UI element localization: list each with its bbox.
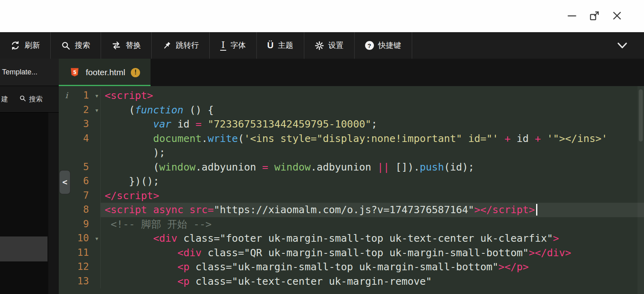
- toolbar-button-help[interactable]: ?快捷键: [355, 32, 412, 59]
- code-editor[interactable]: i1▾<script>2▾ (function () {3 var id = "…: [59, 86, 644, 294]
- code-line[interactable]: 7</script>: [59, 189, 644, 203]
- toolbar-button-label: 设置: [328, 40, 344, 51]
- code-line[interactable]: 9 <!-- 脚部 开始 -->: [59, 217, 644, 232]
- main-area: Template... 建 搜索 5 footer.html ! i1▾<scr…: [0, 59, 644, 294]
- left-sidebar: Template... 建 搜索: [0, 59, 59, 294]
- code-token: })();: [105, 175, 159, 187]
- toolbar-button-settings[interactable]: 设置: [304, 32, 355, 59]
- code-token: <script>: [105, 90, 153, 101]
- file-tree[interactable]: [0, 113, 59, 294]
- code-token: '<ins style="display:none!important" id=…: [244, 133, 498, 144]
- toolbar-button-theme[interactable]: Ü主题: [257, 32, 304, 59]
- code-token: ></div>: [529, 247, 571, 259]
- toolbar-button-search[interactable]: 搜索: [51, 32, 101, 59]
- text-cursor: [536, 204, 537, 216]
- code-token: '"></ins>': [547, 133, 608, 144]
- sidebar-new-button[interactable]: 建: [1, 95, 8, 104]
- code-token: id: [171, 118, 196, 130]
- tree-selected-item[interactable]: [0, 236, 47, 261]
- theme-icon: Ü: [267, 41, 274, 50]
- code-line[interactable]: i1▾<script>: [59, 88, 644, 103]
- code-line[interactable]: 2▾ (function () {: [59, 103, 644, 117]
- code-text: })();: [101, 174, 644, 189]
- code-token: class="uk-text-center uk-margin-remove": [190, 275, 432, 287]
- minimize-button[interactable]: [566, 10, 578, 22]
- code-token: =: [196, 118, 202, 130]
- code-line[interactable]: 5 (window.adbyunion = window.adbyunion |…: [59, 160, 644, 175]
- code-token: <p: [178, 275, 190, 287]
- code-token: <script: [105, 204, 147, 216]
- line-number: 12: [59, 260, 101, 274]
- code-line[interactable]: 3 var id = "7233675313442459795-10000";: [59, 117, 644, 132]
- code-token: <div: [178, 247, 202, 259]
- sidebar-search-button[interactable]: 搜索: [19, 95, 43, 104]
- toolbar-button-label: 快捷键: [378, 40, 401, 51]
- replace-icon: [111, 41, 121, 50]
- code-token: +: [535, 133, 541, 144]
- toolbar-button-font[interactable]: I字体: [210, 32, 257, 59]
- code-token: ></script>: [474, 204, 535, 216]
- code-token: .adbyunion: [196, 161, 262, 173]
- sidebar-template-header[interactable]: Template...: [0, 59, 59, 86]
- toolbar-button-label: 跳转行: [176, 40, 199, 51]
- code-token: [184, 204, 190, 216]
- line-number: 8: [59, 203, 101, 217]
- code-token: class="QR uk-margin-small-top uk-margin-…: [202, 247, 529, 259]
- editor-scrollbar[interactable]: [638, 86, 644, 294]
- code-line[interactable]: 13 <p class="uk-text-center uk-margin-re…: [59, 274, 644, 289]
- code-text: var id = "7233675313442459795-10000";: [101, 117, 644, 132]
- tab-footer-html[interactable]: 5 footer.html !: [59, 59, 151, 86]
- code-text: <!-- 脚部 开始 -->: [101, 217, 644, 232]
- code-token: [498, 133, 504, 144]
- code-token: "https://xiaomalm.com/o.js?v=17473765871…: [214, 204, 474, 216]
- search-icon: [19, 95, 26, 104]
- font-icon: I: [220, 41, 226, 51]
- toolbar-button-replace[interactable]: 替换: [101, 32, 152, 59]
- code-line[interactable]: );: [59, 146, 644, 160]
- tab-title: footer.html: [86, 68, 125, 77]
- search-icon: [61, 41, 70, 50]
- toolbar-expand-button[interactable]: [616, 32, 629, 59]
- html5-icon: 5: [69, 67, 80, 78]
- code-line[interactable]: 6 })();: [59, 174, 644, 189]
- fold-toggle-icon[interactable]: ▾: [95, 103, 98, 118]
- sidebar-actions: 建 搜索: [0, 86, 59, 113]
- code-token: (: [105, 104, 135, 116]
- code-token: id: [511, 133, 535, 144]
- code-token: [105, 232, 153, 244]
- warning-badge[interactable]: !: [131, 68, 140, 77]
- code-line[interactable]: 10▾ <div class="footer uk-margin-small-t…: [59, 231, 644, 246]
- tree-scrollbar[interactable]: [48, 113, 59, 294]
- goto-line-icon: [162, 41, 171, 50]
- code-line[interactable]: 8<script async src="https://xiaomalm.com…: [59, 203, 644, 217]
- toolbar-buttons: 刷新搜索替换跳转行I字体Ü主题设置?快捷键: [0, 32, 412, 59]
- toolbar-button-goto-line[interactable]: 跳转行: [152, 32, 210, 59]
- toolbar-button-refresh[interactable]: 刷新: [0, 32, 51, 59]
- code-token: () {: [184, 104, 214, 116]
- restore-button[interactable]: [588, 10, 601, 22]
- code-token: document: [153, 133, 201, 144]
- code-text: );: [101, 146, 644, 160]
- sidebar-collapse-button[interactable]: <: [60, 171, 70, 194]
- toolbar-button-label: 刷新: [25, 40, 40, 51]
- code-token: [202, 118, 208, 130]
- code-token: write: [208, 133, 238, 144]
- code-token: [105, 261, 178, 273]
- code-token: class="footer uk-margin-small-top uk-tex…: [178, 232, 553, 244]
- new-button-label: 建: [1, 95, 8, 104]
- fold-toggle-icon[interactable]: ▾: [95, 89, 98, 103]
- toolbar-button-label: 搜索: [75, 40, 90, 51]
- fold-toggle-icon[interactable]: ▾: [95, 232, 98, 246]
- code-token: .: [202, 133, 208, 144]
- close-button[interactable]: [611, 10, 623, 22]
- window-titlebar: [0, 0, 644, 32]
- main-toolbar: 刷新搜索替换跳转行I字体Ü主题设置?快捷键: [0, 32, 644, 59]
- line-number: [59, 146, 101, 160]
- code-token: [105, 133, 153, 144]
- code-line[interactable]: 12 <p class="uk-margin-small-top uk-marg…: [59, 260, 644, 274]
- code-line[interactable]: 4 document.write('<ins style="display:no…: [59, 132, 644, 146]
- code-line[interactable]: 11 <div class="QR uk-margin-small-top uk…: [59, 246, 644, 260]
- code-token: []).: [389, 161, 419, 173]
- help-icon: ?: [365, 41, 374, 50]
- scrollbar-thumb[interactable]: [639, 89, 643, 142]
